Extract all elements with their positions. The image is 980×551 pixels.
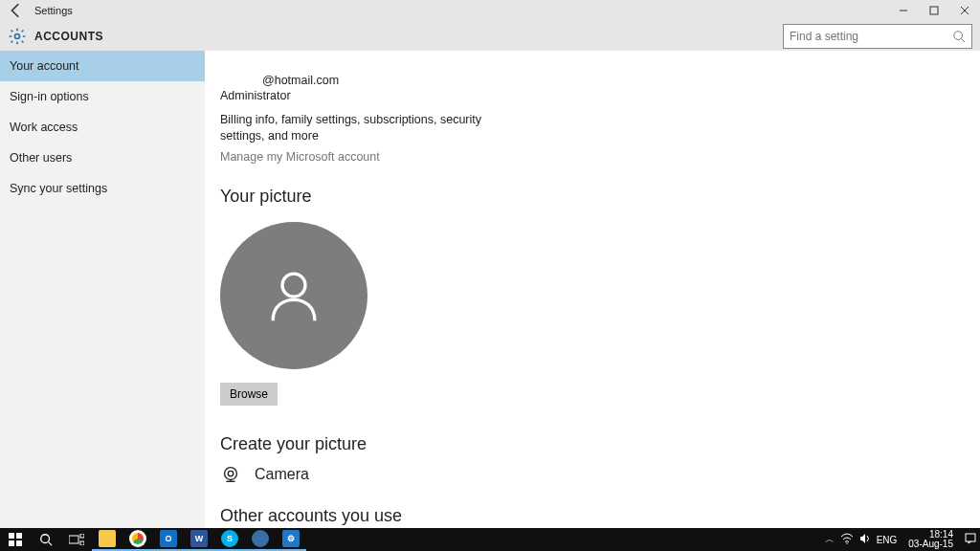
svg-rect-22 <box>966 534 975 541</box>
minimize-button[interactable] <box>888 0 919 21</box>
your-picture-heading: Your picture <box>220 187 980 207</box>
account-email: @hotmail.com <box>262 74 980 87</box>
header-row: ACCOUNTS <box>0 21 980 51</box>
svg-point-8 <box>225 467 237 479</box>
camera-label: Camera <box>255 466 309 483</box>
sidebar-item-your-account[interactable]: Your account <box>0 51 205 81</box>
profile-avatar <box>220 222 368 369</box>
svg-point-7 <box>282 274 305 297</box>
back-button[interactable] <box>8 2 25 19</box>
svg-point-5 <box>954 31 963 39</box>
svg-point-21 <box>846 542 848 544</box>
taskbar-app-browser[interactable] <box>245 528 276 551</box>
sidebar-item-label: Other users <box>10 151 72 165</box>
content-pane: @hotmail.com Administrator Billing info,… <box>205 51 980 528</box>
section-title: ACCOUNTS <box>34 30 103 43</box>
svg-rect-13 <box>16 533 22 539</box>
system-tray[interactable]: ︿ ENG 18:14 03-Aug-15 <box>825 530 980 549</box>
sidebar-item-signin-options[interactable]: Sign-in options <box>0 81 205 112</box>
taskbar-date: 03-Aug-15 <box>908 540 953 549</box>
account-role: Administrator <box>220 89 980 102</box>
svg-rect-12 <box>9 533 14 539</box>
sidebar-item-label: Sign-in options <box>10 90 89 103</box>
taskbar-search-button[interactable] <box>31 528 61 551</box>
svg-point-4 <box>15 33 20 38</box>
svg-rect-15 <box>16 540 22 546</box>
tray-chevron-icon[interactable]: ︿ <box>825 533 835 546</box>
other-accounts-heading: Other accounts you use <box>220 506 980 526</box>
wifi-icon[interactable] <box>840 533 854 546</box>
window-titlebar: Settings <box>0 0 980 21</box>
svg-rect-19 <box>80 534 84 538</box>
taskbar-app-chrome[interactable] <box>122 528 153 551</box>
account-description: Billing info, family settings, subscript… <box>220 112 498 144</box>
create-picture-heading: Create your picture <box>220 434 980 454</box>
taskbar-app-settings[interactable]: ⚙ <box>276 528 306 551</box>
taskbar-app-skype[interactable]: S <box>214 528 245 551</box>
svg-point-16 <box>41 535 50 543</box>
camera-icon <box>220 464 241 485</box>
start-button[interactable] <box>0 528 31 551</box>
sidebar-item-label: Sync your settings <box>10 182 107 195</box>
window-title: Settings <box>34 5 73 16</box>
gear-icon <box>8 27 27 46</box>
sidebar-item-work-access[interactable]: Work access <box>0 112 205 143</box>
tray-lang[interactable]: ENG <box>877 535 898 545</box>
search-icon <box>952 30 966 43</box>
person-icon <box>260 262 327 329</box>
search-input[interactable] <box>790 30 952 43</box>
taskbar-app-outlook[interactable]: O <box>153 528 184 551</box>
taskbar-app-explorer[interactable] <box>92 528 122 551</box>
sidebar-item-label: Your account <box>10 59 79 73</box>
camera-option[interactable]: Camera <box>220 464 980 485</box>
sidebar-item-label: Work access <box>10 121 78 134</box>
svg-rect-14 <box>9 540 14 546</box>
browse-button[interactable]: Browse <box>220 383 278 406</box>
search-box[interactable] <box>783 24 972 49</box>
notifications-icon[interactable] <box>965 533 976 546</box>
svg-rect-1 <box>930 7 938 14</box>
sidebar-item-other-users[interactable]: Other users <box>0 143 205 173</box>
svg-point-9 <box>228 471 234 476</box>
svg-rect-18 <box>69 536 78 543</box>
svg-line-6 <box>962 38 966 42</box>
svg-line-17 <box>49 542 53 546</box>
taskbar: O W S ⚙ ︿ ENG 18:14 03-Aug-15 <box>0 528 980 551</box>
sidebar-item-sync-settings[interactable]: Sync your settings <box>0 173 205 204</box>
taskbar-clock[interactable]: 18:14 03-Aug-15 <box>902 530 959 549</box>
maximize-button[interactable] <box>919 0 949 21</box>
task-view-button[interactable] <box>61 528 92 551</box>
sidebar: Your account Sign-in options Work access… <box>0 51 205 528</box>
svg-rect-20 <box>80 541 84 545</box>
manage-account-link[interactable]: Manage my Microsoft account <box>220 150 980 164</box>
taskbar-app-word[interactable]: W <box>184 528 214 551</box>
close-button[interactable] <box>949 0 980 21</box>
volume-icon[interactable] <box>859 533 871 546</box>
